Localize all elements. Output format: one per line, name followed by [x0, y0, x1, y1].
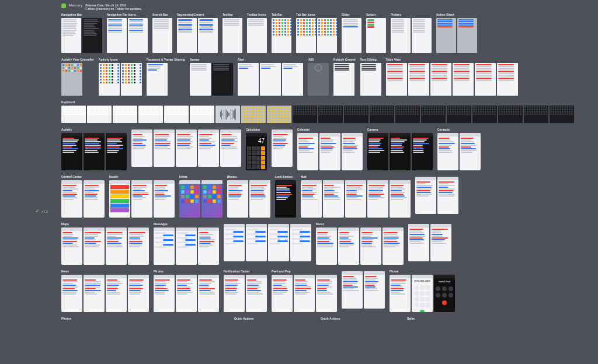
screen-mockup[interactable] [179, 180, 200, 218]
screen-mockup[interactable] [367, 133, 388, 170]
screen-mockup[interactable] [61, 275, 82, 312]
component-tile[interactable] [342, 18, 361, 53]
component-tile[interactable] [412, 18, 432, 53]
screen-mockup[interactable] [319, 133, 340, 170]
screen-mockup[interactable] [176, 130, 197, 167]
screen-mockup[interactable] [316, 228, 337, 265]
component-tile[interactable] [61, 63, 82, 96]
keyboard-tile[interactable] [267, 106, 291, 123]
screen-mockup[interactable] [367, 180, 388, 218]
keyboard-tile[interactable] [370, 106, 394, 123]
keyboard-tile[interactable] [113, 106, 137, 123]
component-tile[interactable] [430, 63, 451, 96]
component-tile[interactable] [333, 63, 354, 96]
screen-mockup[interactable] [301, 180, 322, 218]
screen-mockup[interactable] [412, 133, 433, 170]
screen-mockup[interactable] [338, 228, 359, 265]
component-tile[interactable] [386, 63, 407, 96]
screen-mockup[interactable] [342, 271, 363, 309]
screen-mockup[interactable] [272, 275, 293, 312]
component-tile[interactable] [152, 18, 172, 53]
component-tile[interactable] [147, 63, 168, 96]
component-tile[interactable] [222, 18, 242, 53]
keyboard-tile[interactable] [395, 106, 420, 123]
component-tile[interactable] [497, 63, 518, 96]
screen-mockup[interactable] [246, 275, 267, 312]
screen-mockup[interactable] [84, 275, 105, 312]
screen-mockup[interactable] [154, 275, 175, 312]
screen-mockup[interactable] [106, 275, 127, 312]
component-tile[interactable] [457, 18, 477, 53]
component-tile[interactable] [391, 18, 411, 53]
component-tile[interactable] [408, 63, 429, 96]
component-tile[interactable] [99, 63, 120, 96]
component-tile[interactable] [475, 63, 496, 96]
component-tile[interactable] [190, 63, 211, 96]
screen-mockup[interactable] [220, 130, 241, 167]
screen-mockup[interactable] [106, 133, 127, 170]
screen-mockup[interactable] [201, 180, 222, 218]
screen-mockup[interactable] [84, 133, 105, 170]
screen-mockup[interactable] [224, 275, 245, 312]
screen-mockup[interactable] [84, 228, 105, 265]
keyboard-tile[interactable] [241, 106, 266, 123]
component-tile[interactable] [296, 18, 316, 53]
screen-mockup[interactable] [275, 180, 296, 218]
keyboard-tile[interactable] [524, 106, 548, 123]
screen-mockup[interactable] [390, 275, 411, 312]
screen-mockup[interactable] [198, 228, 219, 265]
keyboard-tile[interactable] [293, 106, 317, 123]
screen-mockup[interactable] [227, 180, 248, 218]
screen-mockup[interactable] [294, 275, 315, 312]
keyboard-tile[interactable] [550, 106, 574, 123]
keyboard-tile[interactable] [318, 106, 343, 123]
screen-mockup[interactable] [415, 177, 436, 214]
screen-mockup[interactable] [383, 228, 404, 265]
screen-mockup[interactable] [61, 228, 82, 265]
screen-mockup[interactable] [316, 275, 337, 312]
screen-mockup[interactable] [176, 275, 197, 312]
screen-mockup[interactable] [246, 224, 267, 261]
screen-mockup[interactable] [345, 180, 366, 218]
screen-mockup[interactable] [290, 224, 311, 261]
screen-mockup[interactable] [61, 133, 82, 170]
screen-mockup[interactable] [460, 133, 481, 170]
keyboard-tile[interactable] [472, 106, 497, 123]
screen-mockup[interactable] [272, 130, 293, 167]
screen-mockup[interactable] [84, 180, 105, 218]
screen-mockup[interactable] [364, 271, 385, 309]
component-tile[interactable] [260, 63, 281, 96]
screen-mockup[interactable] [342, 133, 363, 170]
keyboard-tile[interactable] [61, 106, 86, 123]
screen-mockup[interactable] [268, 224, 289, 261]
component-tile[interactable] [366, 18, 386, 53]
screen-mockup[interactable] [360, 228, 381, 265]
screen-mockup[interactable]: (570) 867-5309 [412, 275, 433, 312]
screen-mockup[interactable] [297, 133, 318, 170]
screen-mockup[interactable] [176, 228, 197, 265]
keyboard-tile[interactable] [190, 106, 214, 123]
screen-mockup[interactable]: watts4chatt [434, 275, 455, 312]
component-tile[interactable] [247, 18, 267, 53]
screen-mockup[interactable] [154, 130, 175, 167]
component-tile[interactable] [212, 63, 233, 96]
keyboard-tile[interactable] [164, 106, 189, 123]
screen-mockup[interactable] [131, 130, 152, 167]
keyboard-tile[interactable] [215, 106, 240, 123]
screen-mockup[interactable] [128, 275, 149, 312]
component-tile[interactable] [360, 63, 381, 96]
design-canvas[interactable]: Mercury Release Date: March 14, 2016 Fol… [61, 4, 590, 360]
component-tile[interactable] [308, 63, 329, 96]
component-tile[interactable] [272, 18, 291, 53]
component-tile[interactable] [317, 18, 337, 53]
screen-mockup[interactable] [61, 180, 82, 218]
component-tile[interactable] [82, 18, 102, 53]
component-tile[interactable] [121, 63, 142, 96]
screen-mockup[interactable] [437, 177, 458, 214]
screen-mockup[interactable] [323, 180, 344, 218]
screen-mockup[interactable] [437, 133, 458, 170]
component-tile[interactable] [282, 63, 303, 96]
component-tile[interactable] [436, 18, 456, 53]
keyboard-tile[interactable] [498, 106, 523, 123]
keyboard-tile[interactable] [421, 106, 446, 123]
